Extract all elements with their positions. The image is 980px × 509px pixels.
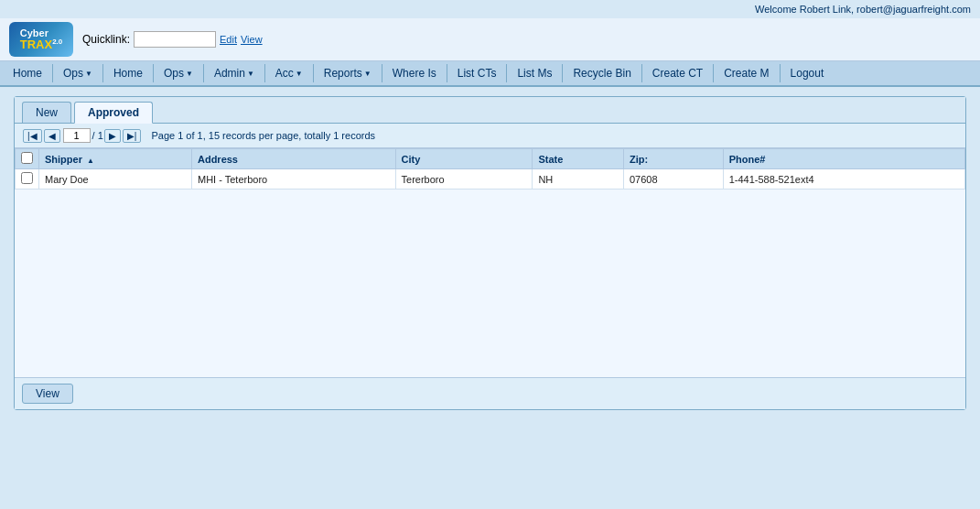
app-logo: Cyber TRAX2.0 [9, 22, 73, 57]
nav-divider9 [506, 64, 507, 82]
row-checkbox[interactable] [16, 169, 39, 190]
page-separator: / 1 [92, 130, 103, 141]
nav-createm[interactable]: Create M [715, 61, 778, 85]
prev-page-button[interactable]: ◀ [44, 129, 60, 143]
col-zip[interactable]: Zip: [623, 149, 723, 169]
table-header-row: Shipper ▲ Address City State Zip: Phone# [16, 149, 965, 169]
nav-divider12 [713, 64, 714, 82]
pagination-info: Page 1 of 1, 15 records per page, totall… [151, 130, 375, 141]
quicklink-input[interactable] [134, 31, 216, 48]
row-address: MHI - Teterboro [191, 169, 395, 190]
main-content: New Approved |◀ ◀ / 1 ▶ ▶| Page 1 of 1, … [0, 87, 980, 419]
nav-ops2[interactable]: Ops ▼ [155, 61, 202, 85]
table-row: Mary Doe MHI - Teterboro Tererboro NH 07… [16, 169, 965, 190]
nav-reports[interactable]: Reports ▼ [315, 61, 381, 85]
nav-divider8 [447, 64, 447, 82]
nav-divider6 [313, 64, 314, 82]
row-select-checkbox[interactable] [21, 172, 33, 184]
col-city[interactable]: City [395, 149, 533, 169]
nav-listcts[interactable]: List CTs [448, 61, 506, 85]
pagination-bar: |◀ ◀ / 1 ▶ ▶| Page 1 of 1, 15 records pe… [15, 124, 965, 148]
logo-bar: Cyber TRAX2.0 Quicklink: Edit View [0, 18, 980, 61]
next-page-button[interactable]: ▶ [104, 129, 121, 143]
checkbox-header[interactable] [16, 149, 39, 169]
first-page-button[interactable]: |◀ [23, 129, 42, 143]
last-page-button[interactable]: ▶| [123, 129, 142, 143]
tab-approved[interactable]: Approved [74, 102, 153, 124]
welcome-text: Welcome Robert Link, robert@jaguarfreigh… [755, 4, 971, 15]
row-zip: 07608 [623, 169, 723, 190]
row-state: NH [533, 169, 624, 190]
nav-ops1[interactable]: Ops ▼ [54, 61, 102, 85]
nav-bar: Home Ops ▼ Home Ops ▼ Admin ▼ Acc ▼ Repo… [0, 61, 980, 87]
nav-admin[interactable]: Admin ▼ [205, 61, 264, 85]
nav-divider11 [641, 64, 642, 82]
nav-recycle[interactable]: Recycle Bin [564, 61, 640, 85]
nav-divider7 [382, 64, 382, 82]
top-bar: Welcome Robert Link, robert@jaguarfreigh… [0, 0, 980, 18]
tab-header: New Approved [15, 97, 965, 124]
panel-footer: View [15, 377, 965, 409]
col-state[interactable]: State [533, 149, 624, 169]
nav-divider5 [264, 64, 265, 82]
row-shipper: Mary Doe [39, 169, 192, 190]
nav-logout[interactable]: Logout [781, 61, 834, 85]
nav-whereis[interactable]: Where Is [383, 61, 446, 85]
edit-link[interactable]: Edit [220, 34, 237, 45]
nav-createct[interactable]: Create CT [643, 61, 712, 85]
view-link[interactable]: View [241, 34, 263, 45]
nav-home1[interactable]: Home [4, 61, 51, 85]
nav-divider1 [52, 64, 53, 82]
col-phone[interactable]: Phone# [723, 149, 964, 169]
nav-divider2 [102, 64, 103, 82]
tab-panel: New Approved |◀ ◀ / 1 ▶ ▶| Page 1 of 1, … [14, 96, 966, 410]
nav-divider3 [153, 64, 154, 82]
nav-home2[interactable]: Home [104, 61, 152, 85]
view-button[interactable]: View [22, 384, 73, 404]
row-city: Tererboro [395, 169, 533, 190]
nav-divider13 [780, 64, 781, 82]
col-address[interactable]: Address [191, 149, 395, 169]
tab-new[interactable]: New [22, 102, 71, 123]
quicklink-label: Quicklink: [82, 33, 130, 46]
table-container: Shipper ▲ Address City State Zip: Phone#… [15, 148, 965, 377]
nav-acc[interactable]: Acc ▼ [266, 61, 312, 85]
nav-divider10 [562, 64, 563, 82]
row-phone: 1-441-588-521ext4 [723, 169, 964, 190]
nav-divider4 [203, 64, 204, 82]
shippers-table: Shipper ▲ Address City State Zip: Phone#… [15, 148, 965, 190]
nav-listms[interactable]: List Ms [508, 61, 561, 85]
select-all-checkbox[interactable] [21, 152, 33, 164]
col-shipper[interactable]: Shipper ▲ [39, 149, 192, 169]
page-input[interactable] [63, 128, 91, 143]
